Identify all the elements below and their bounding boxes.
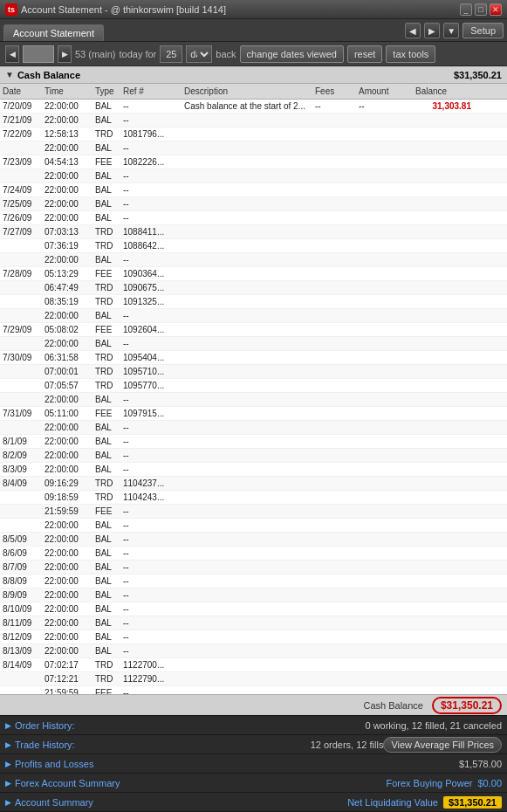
day-select[interactable]: day(s) xyxy=(186,45,212,63)
cell-type: BAL xyxy=(92,393,120,406)
table-row[interactable]: 7/24/0922:00:00BAL-- xyxy=(0,183,507,197)
table-row[interactable]: 22:00:00BAL-- xyxy=(0,309,507,323)
table-row[interactable]: 22:00:00BAL-- xyxy=(0,169,507,183)
account-arrow-left[interactable]: ◀ xyxy=(5,45,19,63)
table-row[interactable]: 7/28/0905:13:29FEE1090364... xyxy=(0,267,507,281)
cell-fees xyxy=(312,491,356,504)
cell-date: 8/3/09 xyxy=(0,463,42,476)
table-row[interactable]: 07:12:21TRD1122790... xyxy=(0,672,507,686)
cell-time: 05:13:29 xyxy=(42,267,92,280)
table-row[interactable]: 8/6/0922:00:00BAL-- xyxy=(0,547,507,561)
table-row[interactable]: 06:47:49TRD1090675... xyxy=(0,281,507,295)
cell-amount xyxy=(356,616,413,630)
cell-description xyxy=(182,114,312,127)
cash-balance-toggle[interactable]: ▼ xyxy=(5,70,14,79)
cell-amount xyxy=(356,155,413,169)
minimize-button[interactable]: _ xyxy=(460,3,472,16)
table-row[interactable]: 22:00:00BAL-- xyxy=(0,393,507,407)
table-row[interactable]: 22:00:00BAL-- xyxy=(0,519,507,533)
table-row[interactable]: 8/4/0909:16:29TRD1104237... xyxy=(0,477,507,491)
account-summary-toggle[interactable]: ▶ xyxy=(5,798,11,807)
table-row[interactable]: 22:00:00BAL-- xyxy=(0,337,507,351)
cell-type: BAL xyxy=(92,602,120,616)
cell-amount xyxy=(356,169,413,182)
cell-type: BAL xyxy=(92,114,120,127)
table-row[interactable]: 8/10/0922:00:00BAL-- xyxy=(0,602,507,616)
table-row[interactable]: 8/2/0922:00:00BAL-- xyxy=(0,449,507,463)
table-row[interactable]: 8/5/0922:00:00BAL-- xyxy=(0,533,507,547)
cell-type: BAL xyxy=(92,211,120,224)
nav-left-button[interactable]: ◀ xyxy=(405,23,421,38)
reset-button[interactable]: reset xyxy=(347,45,382,63)
table-row[interactable]: 8/14/0907:02:17TRD1122700... xyxy=(0,658,507,672)
table-row[interactable]: 09:18:59TRD1104243... xyxy=(0,491,507,505)
table-row[interactable]: 7/23/0904:54:13FEE1082226... xyxy=(0,155,507,169)
table-row[interactable]: 7/27/0907:03:13TRD1088411... xyxy=(0,225,507,239)
table-row[interactable]: 22:00:00BAL-- xyxy=(0,253,507,267)
cell-ref: -- xyxy=(120,211,182,224)
table-row[interactable]: 07:00:01TRD1095710... xyxy=(0,365,507,379)
setup-button[interactable]: Setup xyxy=(462,23,504,38)
cell-balance: 31,303.81 xyxy=(413,100,474,113)
table-row[interactable]: 08:35:19TRD1091325... xyxy=(0,295,507,309)
table-row[interactable]: 7/31/0905:11:00FEE1097915... xyxy=(0,407,507,421)
table-row[interactable]: 7/22/0912:58:13TRD1081796... xyxy=(0,127,507,141)
order-history-toggle[interactable]: ▶ xyxy=(5,721,11,730)
account-select[interactable] xyxy=(23,45,54,63)
table-row[interactable]: 8/13/0922:00:00BAL-- xyxy=(0,644,507,658)
table-row[interactable]: 8/7/0922:00:00BAL-- xyxy=(0,561,507,575)
cell-date xyxy=(0,239,42,252)
days-back-input[interactable] xyxy=(160,45,182,63)
tax-tools-button[interactable]: tax tools xyxy=(386,45,435,63)
nav-right-button[interactable]: ▶ xyxy=(424,23,440,38)
cell-fees xyxy=(312,547,356,560)
cell-description xyxy=(182,197,312,210)
table-row[interactable]: 7/21/0922:00:00BAL-- xyxy=(0,114,507,127)
cell-balance xyxy=(413,267,474,280)
table-row[interactable]: 8/9/0922:00:00BAL-- xyxy=(0,588,507,602)
profits-losses-label: Profits and Losses xyxy=(15,759,459,769)
maximize-button[interactable]: □ xyxy=(475,3,487,16)
cell-ref: -- xyxy=(120,309,182,322)
cell-fees xyxy=(312,421,356,434)
cell-fees xyxy=(312,588,356,602)
trade-history-button[interactable]: View Average Fill Prices xyxy=(383,737,502,753)
table-row[interactable]: 7/30/0906:31:58TRD1095404... xyxy=(0,351,507,365)
table-row[interactable]: 8/8/0922:00:00BAL-- xyxy=(0,575,507,588)
menu-button[interactable]: ▼ xyxy=(443,23,459,38)
change-dates-button[interactable]: change dates viewed xyxy=(240,45,344,63)
cell-time: 22:00:00 xyxy=(42,421,92,434)
table-header: Date Time Type Ref # Description Fees Am… xyxy=(0,84,507,100)
table-row[interactable]: 7/26/0922:00:00BAL-- xyxy=(0,211,507,225)
balance-footer-value: $31,350.21 xyxy=(432,697,502,714)
cell-description xyxy=(182,491,312,504)
table-body[interactable]: 7/20/0922:00:00BAL--Cash balance at the … xyxy=(0,100,507,694)
table-row[interactable]: 8/11/0922:00:00BAL-- xyxy=(0,616,507,630)
table-row[interactable]: 7/29/0905:08:02FEE1092604... xyxy=(0,323,507,337)
cell-fees xyxy=(312,519,356,532)
cell-amount xyxy=(356,672,413,685)
table-row[interactable]: 21:59:59FEE-- xyxy=(0,505,507,519)
cell-balance xyxy=(413,295,474,308)
profits-losses-toggle[interactable]: ▶ xyxy=(5,760,11,768)
forex-account-toggle[interactable]: ▶ xyxy=(5,779,11,788)
app-icon: ts xyxy=(5,3,17,16)
table-row[interactable]: 7/25/0922:00:00BAL-- xyxy=(0,197,507,211)
trade-history-toggle[interactable]: ▶ xyxy=(5,740,11,749)
cell-ref: 1090675... xyxy=(120,281,182,294)
tab-account-statement[interactable]: Account Statement xyxy=(3,24,104,41)
cell-description xyxy=(182,658,312,671)
table-row[interactable]: 07:36:19TRD1088642... xyxy=(0,239,507,253)
cell-ref: -- xyxy=(120,463,182,476)
table-row[interactable]: 22:00:00BAL-- xyxy=(0,141,507,155)
account-arrow-right[interactable]: ▶ xyxy=(58,45,72,63)
table-row[interactable]: 8/3/0922:00:00BAL-- xyxy=(0,463,507,477)
table-row[interactable]: 22:00:00BAL-- xyxy=(0,421,507,435)
table-row[interactable]: 21:59:59FEE-- xyxy=(0,686,507,694)
table-row[interactable]: 07:05:57TRD1095770... xyxy=(0,379,507,393)
table-row[interactable]: 8/1/0922:00:00BAL-- xyxy=(0,435,507,449)
cell-fees xyxy=(312,114,356,127)
table-row[interactable]: 8/12/0922:00:00BAL-- xyxy=(0,630,507,644)
table-row[interactable]: 7/20/0922:00:00BAL--Cash balance at the … xyxy=(0,100,507,114)
close-button[interactable]: ✕ xyxy=(490,3,502,16)
